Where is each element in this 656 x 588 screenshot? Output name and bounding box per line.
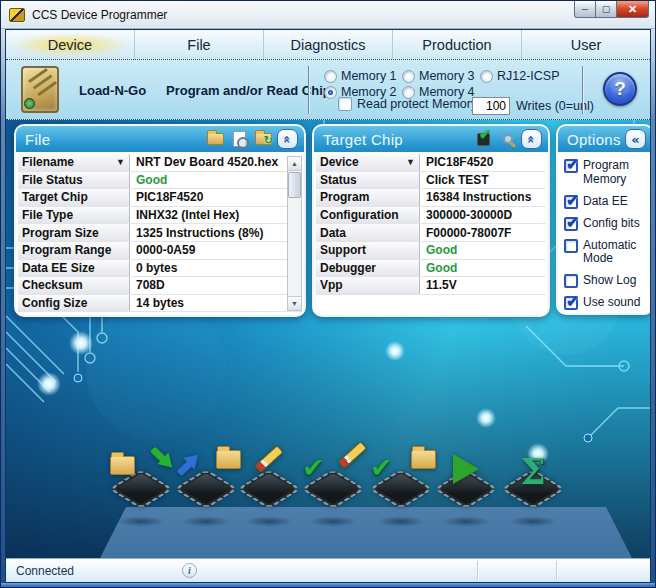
play-icon: [453, 454, 479, 484]
row-label-text: Program: [320, 190, 369, 204]
checkbox-program-memory[interactable]: [564, 159, 578, 173]
icon-shadow: [117, 516, 165, 527]
table-row: Program Range0000-0A59: [18, 242, 302, 260]
table-row: Program Size1325 Instructions (8%): [18, 224, 302, 242]
chip-icon: [239, 471, 298, 508]
option-label: Program Memory: [583, 158, 648, 187]
table-row: File TypeINHX32 (Intel Hex): [18, 207, 302, 225]
option-show-log[interactable]: Show Log: [564, 273, 648, 288]
file-table-scrollbar[interactable]: ▲ ▼: [287, 156, 302, 311]
scroll-up-icon[interactable]: ▲: [288, 157, 301, 171]
test-chip-icon[interactable]: [473, 129, 494, 150]
row-label: Program: [316, 189, 420, 206]
dropdown-caret-icon[interactable]: ▼: [116, 158, 125, 167]
row-label-text: Status: [320, 173, 357, 187]
eraser-icon: [337, 450, 368, 460]
read-protect-row: Read protect Memory: [338, 97, 477, 111]
row-value: INHX32 (Intel Hex): [130, 207, 302, 224]
row-label: Filename▼: [18, 154, 130, 171]
table-row: Vpp11.5V: [316, 277, 546, 295]
checksum-chip-button[interactable]: Σ: [501, 452, 565, 528]
tab-bar: DeviceFileDiagnosticsProductionUser: [6, 30, 650, 60]
row-label: Debugger: [316, 260, 420, 277]
run-program-button[interactable]: [434, 452, 498, 528]
main-content: ✔✔Σ File ↻« Filename▼NRT Dev Board 4520.…: [6, 120, 650, 558]
sigma-icon: Σ: [520, 454, 545, 488]
row-value: PIC18F4520: [420, 154, 546, 171]
find-chip-icon[interactable]: [497, 129, 518, 150]
row-value: 1325 Instructions (8%): [130, 224, 302, 241]
chip-icon: [111, 471, 170, 508]
close-button[interactable]: ✕: [616, 1, 649, 18]
radio-icon: [402, 70, 415, 83]
help-button[interactable]: ?: [603, 72, 637, 106]
check-icon: ✔: [302, 456, 325, 481]
minimize-button[interactable]: ─: [574, 1, 596, 18]
collapse-up-icon[interactable]: «: [521, 129, 542, 150]
collapse-up-icon[interactable]: «: [277, 129, 298, 150]
table-row: Data EE Size0 bytes: [18, 260, 302, 278]
radio-label: Memory 1: [341, 69, 397, 83]
radio-rj12-icsp[interactable]: RJ12-ICSP: [480, 69, 560, 83]
preview-file-icon[interactable]: [229, 129, 250, 150]
app-logo-icon: [9, 8, 25, 22]
file-table: Filename▼NRT Dev Board 4520.hexFile Stat…: [16, 152, 304, 312]
option-automatic-mode[interactable]: Automatic Mode: [564, 238, 648, 267]
collapse-left-icon[interactable]: «: [625, 129, 646, 150]
maximize-button[interactable]: ▢: [595, 1, 617, 18]
dropdown-caret-icon[interactable]: ▼: [406, 158, 415, 167]
target-chip-panel: Target Chip « Device▼PIC18F4520StatusCli…: [312, 124, 550, 317]
target-panel-title: Target Chip: [323, 131, 470, 148]
checkbox-use-sound[interactable]: [564, 296, 578, 310]
open-folder-icon[interactable]: [205, 129, 226, 150]
arrow-up-blue-icon: [175, 456, 202, 472]
connection-status: Connected: [16, 564, 74, 578]
erase-chip-button[interactable]: [237, 452, 301, 528]
radio-memory-3[interactable]: Memory 3: [402, 69, 475, 83]
option-label: Automatic Mode: [583, 238, 648, 267]
tab-production[interactable]: Production: [393, 30, 522, 59]
tab-file[interactable]: File: [135, 30, 264, 59]
radio-memory-1[interactable]: Memory 1: [324, 69, 397, 83]
row-label-text: Data: [320, 226, 346, 240]
recent-files-icon[interactable]: ↻: [253, 129, 274, 150]
read-protect-checkbox[interactable]: [338, 97, 352, 111]
checkbox-config-bits[interactable]: [564, 217, 578, 231]
verify-chip-to-file-button[interactable]: ✔: [369, 452, 433, 528]
checkbox-automatic-mode[interactable]: [564, 239, 578, 253]
folder-icon: [216, 450, 241, 469]
statusbar-separator: [477, 561, 478, 580]
row-label: File Type: [18, 207, 130, 224]
client-area: DeviceFileDiagnosticsProductionUser Load…: [5, 29, 651, 583]
app-window: CCS Device Programmer ─ ▢ ✕ DeviceFileDi…: [0, 0, 656, 588]
folder-icon: [411, 450, 436, 469]
writes-input[interactable]: [472, 97, 510, 115]
checkbox-show-log[interactable]: [564, 274, 578, 288]
option-config-bits[interactable]: Config bits: [564, 216, 648, 231]
scroll-thumb[interactable]: [288, 172, 301, 198]
statusbar-separator: [556, 561, 557, 580]
toolbar: Load-N-Go Program and/or Read Chip Memor…: [6, 60, 650, 120]
row-label-text: Target Chip: [22, 190, 88, 204]
read-chip-to-file-button[interactable]: [174, 452, 238, 528]
table-row: Program16384 Instructions: [316, 189, 546, 207]
program-chip-from-file-button[interactable]: [109, 452, 173, 528]
checkbox-data-ee[interactable]: [564, 195, 578, 209]
option-data-ee[interactable]: Data EE: [564, 194, 648, 209]
blank-check-chip-button[interactable]: ✔: [301, 452, 365, 528]
option-program-memory[interactable]: Program Memory: [564, 158, 648, 187]
tab-diagnostics[interactable]: Diagnostics: [264, 30, 393, 59]
tab-label: Production: [422, 37, 491, 53]
row-value: 0 bytes: [130, 260, 302, 277]
row-value: 300000-30000D: [420, 207, 546, 224]
status-bar: Connected i: [6, 558, 650, 582]
option-use-sound[interactable]: Use sound: [564, 295, 648, 310]
scroll-down-icon[interactable]: ▼: [288, 296, 301, 310]
load-n-go-icon: [21, 66, 59, 113]
target-panel-header: Target Chip «: [314, 126, 548, 152]
arrow-down-green-icon: [149, 450, 176, 466]
row-label: Device▼: [316, 154, 420, 171]
info-icon[interactable]: i: [182, 563, 197, 578]
tab-user[interactable]: User: [522, 30, 650, 59]
tab-device[interactable]: Device: [6, 30, 135, 59]
